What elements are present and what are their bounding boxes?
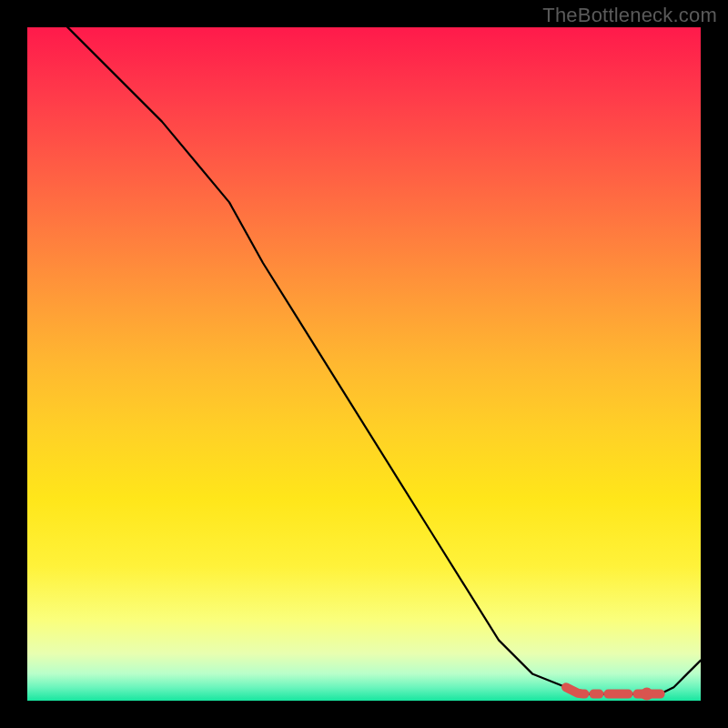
chart-svg [27, 27, 701, 701]
chart-frame: TheBottleneck.com [0, 0, 728, 728]
bottleneck-curve [27, 0, 701, 694]
watermark-text: TheBottleneck.com [542, 4, 717, 27]
plot-area [27, 27, 701, 701]
optimal-point-marker [641, 688, 653, 701]
